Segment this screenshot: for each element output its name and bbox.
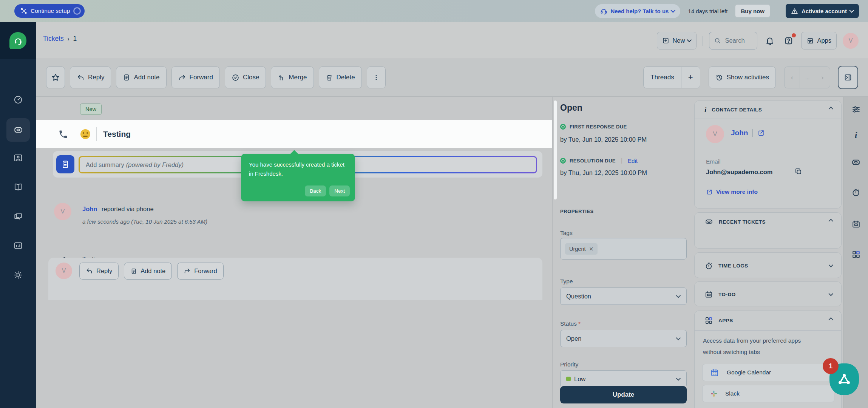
priority-select-clipped[interactable]: Low — [560, 370, 687, 386]
view-more-info-link[interactable]: View more info — [706, 189, 758, 195]
bell-icon — [765, 36, 775, 46]
warning-triangle-icon — [791, 8, 798, 15]
tags-label: Tags — [560, 230, 573, 236]
sliders-icon — [851, 105, 861, 114]
chevron-down-icon — [676, 335, 681, 340]
sidebar-item-tickets[interactable] — [6, 118, 30, 142]
reply-bar-add-note-button[interactable]: Add note — [124, 263, 172, 280]
summary-placeholder: Add summary — [86, 161, 124, 168]
search-input[interactable]: Search — [709, 32, 757, 49]
time-logs-header[interactable]: TIME LOGS — [695, 253, 841, 278]
requester-name-link[interactable]: John — [82, 206, 97, 212]
close-button[interactable]: Close — [225, 66, 266, 88]
more-actions-button[interactable] — [367, 66, 386, 88]
trial-banner: Continue setup Need help? Talk to us 14 … — [0, 0, 868, 22]
collapse-icon[interactable] — [828, 107, 833, 111]
reply-label: Reply — [88, 74, 104, 81]
title-divider — [96, 127, 97, 141]
expand-icon[interactable] — [828, 291, 833, 296]
user-avatar[interactable]: V — [843, 33, 859, 49]
properties-scrollbar[interactable] — [554, 100, 557, 199]
show-activities-label: Show activities — [727, 74, 769, 81]
sidebar-item-forums[interactable] — [13, 211, 23, 221]
ticket-status-heading: Open — [560, 103, 582, 113]
apps-button[interactable]: Apps — [801, 32, 837, 49]
type-label: Type — [560, 278, 573, 285]
activate-account-button[interactable]: Activate account — [786, 4, 859, 18]
sidebar-item-contacts[interactable] — [13, 153, 23, 163]
app-row-google-calendar[interactable]: Google Calendar — [702, 364, 834, 381]
copy-email-icon[interactable] — [794, 167, 802, 175]
buy-now-button[interactable]: Buy now — [735, 5, 770, 17]
trash-icon — [326, 74, 333, 81]
need-help-button[interactable]: Need help? Talk to us — [595, 4, 680, 18]
rail-apps-button[interactable] — [851, 249, 861, 259]
collapse-icon[interactable] — [828, 219, 833, 224]
merge-button[interactable]: Merge — [271, 66, 314, 88]
pager-ellipsis[interactable]: ... — [800, 67, 815, 88]
sidebar-item-analytics[interactable] — [13, 241, 23, 250]
update-button[interactable]: Update — [560, 386, 687, 403]
freshdesk-logo[interactable] — [9, 32, 26, 49]
add-note-label: Add note — [134, 74, 159, 81]
recent-tickets-header[interactable]: RECENT TICKETS — [695, 213, 841, 231]
external-link-icon[interactable] — [757, 129, 765, 137]
threads-label[interactable]: Threads — [644, 67, 681, 88]
collapse-panel-button[interactable] — [839, 66, 857, 88]
rail-recent-tickets-button[interactable] — [851, 157, 861, 167]
notifications-button[interactable] — [763, 34, 776, 47]
sidebar-item-solutions[interactable] — [13, 182, 23, 192]
contact-details-header[interactable]: i CONTACT DETAILS — [695, 101, 841, 119]
type-select[interactable]: Question — [560, 287, 687, 305]
supademo-tooltip: You have successfully created a ticket i… — [241, 154, 355, 201]
forward-button[interactable]: Forward — [171, 66, 220, 88]
expand-icon[interactable] — [828, 263, 833, 267]
app-row-slack[interactable]: Slack — [702, 385, 834, 402]
label-divider: | — [621, 157, 622, 164]
tooltip-text: You have successfully created a ticket i… — [241, 154, 355, 178]
prev-ticket-button[interactable]: ‹ — [785, 67, 800, 88]
star-button[interactable] — [46, 66, 65, 88]
note-icon — [123, 74, 130, 81]
remove-tag-icon[interactable]: ✕ — [589, 246, 594, 252]
first-response-value: by Tue, Jun 10, 2025 10:00 PM — [560, 136, 647, 143]
tooltip-back-button[interactable]: Back — [305, 185, 326, 196]
edit-resolution-link[interactable]: Edit — [628, 158, 638, 164]
search-placeholder: Search — [725, 37, 744, 44]
rail-contact-details-button[interactable]: i — [851, 130, 861, 140]
apps-header[interactable]: APPS — [695, 311, 841, 331]
rail-time-logs-button[interactable] — [851, 187, 861, 197]
collapse-icon[interactable] — [828, 317, 833, 322]
help-button[interactable] — [782, 34, 795, 47]
continue-setup-button[interactable]: Continue setup — [14, 4, 85, 18]
delete-button[interactable]: Delete — [319, 66, 362, 88]
view-more-info-label: View more info — [716, 189, 758, 195]
priority-select[interactable]: Low — [560, 370, 687, 386]
time-logs-card: TIME LOGS — [694, 252, 842, 278]
add-note-button[interactable]: Add note — [116, 66, 166, 88]
rail-customize-button[interactable] — [851, 104, 861, 114]
headset-icon — [600, 8, 607, 15]
add-thread-button[interactable]: + — [681, 67, 700, 88]
todo-header[interactable]: TO-DO — [695, 282, 841, 307]
reply-bar-forward-button[interactable]: Forward — [177, 263, 224, 280]
show-activities-button[interactable]: Show activities — [709, 66, 776, 88]
threads-split-button[interactable]: Threads + — [643, 66, 700, 88]
reply-button[interactable]: Reply — [70, 66, 111, 88]
status-select[interactable]: Open — [560, 330, 687, 347]
sidebar-logo-block — [0, 22, 36, 59]
widget-notification-badge: 1 — [823, 358, 839, 374]
contact-name-link[interactable]: John — [731, 129, 748, 137]
sidebar-item-dashboard[interactable] — [13, 95, 23, 105]
tooltip-next-button[interactable]: Next — [329, 185, 350, 196]
sidebar-item-admin[interactable] — [13, 270, 23, 280]
google-calendar-icon — [710, 368, 719, 377]
reply-bar-reply-button[interactable]: Reply — [79, 263, 119, 280]
new-ticket-button[interactable]: New — [657, 32, 697, 49]
tags-field[interactable]: Urgent ✕ — [560, 238, 687, 260]
first-response-row: FIRST RESPONSE DUE — [560, 124, 627, 130]
next-ticket-button[interactable]: › — [815, 67, 830, 88]
rail-todo-button[interactable] — [851, 219, 861, 229]
breadcrumb-tickets-link[interactable]: Tickets — [43, 35, 64, 43]
status-label: Status* — [560, 320, 581, 327]
